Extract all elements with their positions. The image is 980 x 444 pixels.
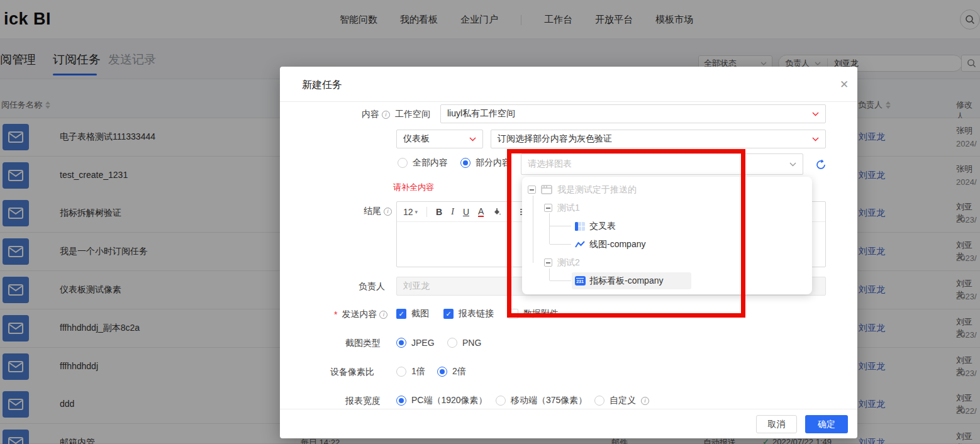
- toolbar-divider: [426, 207, 427, 217]
- collapse-icon[interactable]: [544, 204, 552, 212]
- radio-icon[interactable]: [396, 396, 406, 406]
- kanban-icon: 231: [574, 275, 586, 287]
- modal-header: 新建任务 ✕: [280, 67, 857, 102]
- cancel-button[interactable]: 取消: [756, 415, 797, 433]
- chevron-down-icon: [789, 162, 796, 167]
- pixel-ratio-1x[interactable]: 1倍: [396, 367, 425, 377]
- bold-button[interactable]: B: [436, 207, 442, 217]
- dashboard-icon: [541, 184, 552, 196]
- send-option-screenshot[interactable]: ✓ 截图: [396, 309, 429, 319]
- send-content-label: * 发送内容 i: [334, 309, 387, 320]
- tree-node-label: 线图-company: [589, 239, 645, 250]
- line-chart-icon: [574, 239, 586, 250]
- tree-node-label: 交叉表: [589, 221, 616, 232]
- screenshot-type-label: 截图类型: [345, 338, 381, 349]
- tree-node-test1[interactable]: 测试1: [522, 199, 812, 217]
- checkbox-checked-icon[interactable]: ✓: [443, 309, 454, 319]
- info-icon[interactable]: i: [379, 311, 387, 319]
- radio-icon[interactable]: [496, 396, 506, 406]
- new-task-modal: 新建任务 ✕ 内容 i 工作空间 liuyl私有工作空间 仪表板 订阅选择部分内…: [280, 67, 857, 438]
- scope-all-radio[interactable]: 全部内容: [398, 158, 448, 168]
- report-width-custom[interactable]: 自定义 i: [594, 396, 649, 406]
- tree-node-test2[interactable]: 测试2: [522, 253, 812, 272]
- caret-down-icon: ▾: [415, 209, 418, 215]
- scope-partial-radio[interactable]: 部分内容: [460, 158, 511, 168]
- close-icon[interactable]: ✕: [840, 78, 849, 91]
- info-icon[interactable]: i: [382, 111, 390, 119]
- send-option-report-link[interactable]: ✓ 报表链接: [443, 309, 494, 319]
- italic-button[interactable]: I: [451, 207, 454, 217]
- report-width-pc[interactable]: PC端（1920像素）: [396, 396, 487, 406]
- tree-node-label: 我是测试定于推送的: [557, 184, 637, 196]
- chart-select-placeholder: 请选择图表: [528, 158, 572, 170]
- workspace-select[interactable]: liuyl私有工作空间: [440, 104, 826, 123]
- crosstab-icon: [574, 221, 586, 232]
- radio-icon[interactable]: [398, 158, 408, 168]
- highlight-color-button[interactable]: [493, 208, 501, 216]
- radio-icon[interactable]: [460, 158, 471, 168]
- report-select[interactable]: 订阅选择部分内容为灰色验证: [491, 130, 826, 148]
- radio-icon[interactable]: [447, 338, 457, 348]
- required-asterisk: *: [334, 309, 337, 319]
- tree-connector: [550, 280, 571, 281]
- send-option-data-attachment[interactable]: 数据附件: [508, 309, 559, 319]
- chart-select[interactable]: 请选择图表: [521, 153, 803, 175]
- chart-tree-dropdown: 我是测试定于推送的 测试1 交叉表 线图-company 测试2 231: [522, 177, 812, 294]
- tree-guide-line: [533, 196, 533, 263]
- report-select-value: 订阅选择部分内容为灰色验证: [498, 133, 612, 145]
- info-icon[interactable]: i: [384, 208, 392, 216]
- owner-label: 负责人: [359, 281, 385, 292]
- modal-footer: 取消 确定: [280, 409, 857, 438]
- tree-node-label: 测试2: [557, 257, 580, 269]
- font-size-select[interactable]: 12 ▾: [403, 207, 418, 217]
- tree-guide-line: [549, 269, 550, 280]
- confirm-button[interactable]: 确定: [805, 415, 848, 433]
- checkbox-checked-icon[interactable]: ✓: [396, 309, 406, 319]
- pixel-ratio-label: 设备像素比: [330, 367, 374, 378]
- radio-icon[interactable]: [396, 338, 406, 348]
- collapse-icon[interactable]: [528, 186, 536, 194]
- radio-icon[interactable]: [594, 396, 604, 406]
- tree-node-dashboard-root[interactable]: 我是测试定于推送的: [522, 180, 812, 199]
- font-color-button[interactable]: A: [478, 207, 484, 217]
- tree-node-label: 测试1: [557, 203, 580, 214]
- checkbox-unchecked-icon[interactable]: [508, 309, 518, 319]
- radio-icon[interactable]: [396, 367, 406, 377]
- modal-title: 新建任务: [302, 79, 342, 92]
- screenshot-type-jpeg[interactable]: JPEG: [396, 338, 435, 348]
- report-width-label: 报表宽度: [345, 396, 381, 407]
- pixel-ratio-2x[interactable]: 2倍: [437, 367, 466, 377]
- tree-node-label: 指标看板-company: [589, 275, 663, 287]
- radio-icon[interactable]: [437, 367, 447, 377]
- scope-all-label: 全部内容: [413, 157, 448, 169]
- paint-bucket-icon: [493, 208, 501, 216]
- report-type-value: 仪表板: [403, 133, 430, 145]
- refresh-icon[interactable]: [815, 159, 827, 170]
- collapse-icon[interactable]: [544, 258, 552, 267]
- workspace-label: 工作空间: [395, 109, 430, 120]
- content-label: 内容 i: [362, 109, 390, 120]
- info-icon[interactable]: i: [641, 397, 649, 405]
- tree-connector: [550, 226, 571, 226]
- chevron-down-icon: [812, 137, 819, 142]
- chevron-down-icon: [812, 112, 819, 116]
- tree-connector: [550, 244, 571, 245]
- chevron-down-icon: [469, 137, 476, 142]
- toolbar-divider: [510, 207, 511, 217]
- quick-bi-app: ick BI 智能问数 我的看板 企业门户 工作台 开放平台 模板市场 阅管理 …: [0, 0, 980, 444]
- ending-label: 结尾 i: [364, 206, 392, 217]
- workspace-select-value: liuyl私有工作空间: [447, 108, 515, 119]
- tree-guide-line: [549, 213, 550, 244]
- scope-partial-label: 部分内容: [476, 157, 511, 169]
- screenshot-type-png[interactable]: PNG: [447, 338, 481, 348]
- report-type-select[interactable]: 仪表板: [396, 130, 483, 148]
- underline-button[interactable]: U: [463, 207, 469, 217]
- validation-error-text: 请补全内容: [393, 182, 434, 193]
- report-width-mobile[interactable]: 移动端（375像素）: [496, 396, 587, 406]
